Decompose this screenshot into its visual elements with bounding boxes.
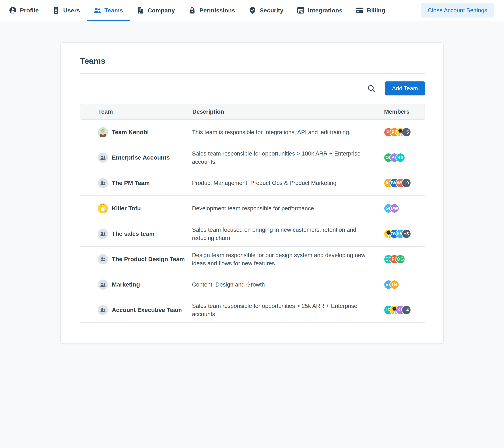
add-team-button[interactable]: Add Team bbox=[385, 81, 425, 96]
teams-card: Teams Add Team Team Description Members … bbox=[60, 42, 444, 344]
team-name: Marketing bbox=[112, 281, 140, 288]
tab-users[interactable]: Users bbox=[45, 0, 87, 21]
team-name: Enterprise Accounts bbox=[112, 154, 170, 161]
member-avatar[interactable]: TH bbox=[390, 280, 399, 289]
tab-label: Profile bbox=[20, 7, 39, 14]
team-description: Sales team responsible for opportunities… bbox=[192, 302, 383, 318]
team-cell: Killer TofuKiller Tofu bbox=[80, 203, 192, 214]
credit-card-icon bbox=[356, 6, 364, 14]
tab-label: Users bbox=[63, 7, 80, 14]
team-name: Team Kenobi bbox=[112, 129, 149, 136]
tab-label: Company bbox=[147, 7, 175, 14]
close-account-settings-button[interactable]: Close Account Settings bbox=[421, 3, 494, 18]
table-row[interactable]: MarketingContent, Design and GrowthEVTH bbox=[80, 272, 425, 297]
users-icon bbox=[93, 6, 101, 14]
team-description: This team is responsible for Integration… bbox=[192, 128, 383, 136]
table-row[interactable]: The PM TeamProduct Management, Product O… bbox=[80, 170, 425, 196]
shield-check-icon bbox=[249, 6, 256, 14]
member-avatar[interactable]: RS bbox=[396, 153, 405, 162]
members-cell: GLUW bbox=[383, 204, 425, 213]
id-badge-icon bbox=[52, 6, 60, 14]
table-body: Team KenobiThis team is responsible for … bbox=[80, 120, 425, 323]
settings-tabs: ProfileUsersTeamsCompanyPermissionsSecur… bbox=[2, 0, 392, 21]
search-button[interactable] bbox=[367, 84, 376, 93]
search-icon bbox=[367, 84, 376, 93]
members-cell: IRKL+4 bbox=[383, 305, 425, 315]
top-navigation: ProfileUsersTeamsCompanyPermissionsSecur… bbox=[0, 0, 504, 21]
svg-text:Killer Tofu: Killer Tofu bbox=[100, 204, 106, 206]
team-cell: Team Kenobi bbox=[80, 127, 192, 137]
members-overflow-badge[interactable]: +9 bbox=[402, 178, 411, 188]
team-description: Content, Design and Growth bbox=[192, 280, 383, 289]
members-cell: PIPL+5 bbox=[383, 128, 425, 137]
browser-link-icon bbox=[297, 6, 305, 14]
tab-label: Security bbox=[260, 7, 284, 14]
team-description: Design team responsible for our design s… bbox=[192, 251, 383, 267]
team-avatar-icon bbox=[98, 178, 108, 188]
tab-company[interactable]: Company bbox=[130, 0, 181, 21]
team-cell: Enterprise Accounts bbox=[80, 153, 192, 163]
team-name: The sales team bbox=[112, 230, 155, 237]
tab-teams[interactable]: Teams bbox=[87, 0, 130, 21]
table-row[interactable]: Killer TofuKiller TofuDevelopment team r… bbox=[80, 196, 425, 221]
team-avatar-icon bbox=[98, 254, 108, 264]
tab-integrations[interactable]: Integrations bbox=[290, 0, 349, 21]
tofu-photo-avatar: Killer Tofu bbox=[98, 203, 108, 214]
table-row[interactable]: The sales teamSales team focused on brin… bbox=[80, 221, 425, 247]
title-divider bbox=[80, 73, 425, 74]
tab-profile[interactable]: Profile bbox=[2, 0, 45, 21]
members-cell: ECPLOG bbox=[383, 254, 425, 264]
table-row[interactable]: Enterprise AccountsSales team responsibl… bbox=[80, 145, 425, 170]
building-icon bbox=[136, 6, 144, 14]
tab-label: Integrations bbox=[308, 7, 342, 14]
table-row[interactable]: The Product Design TeamDesign team respo… bbox=[80, 247, 425, 272]
table-header: Team Description Members bbox=[80, 104, 425, 120]
members-cell: EVTH bbox=[383, 280, 425, 289]
team-description: Sales team focused on bringing in new cu… bbox=[192, 226, 383, 242]
team-cell: The sales team bbox=[80, 229, 192, 239]
lock-icon bbox=[188, 6, 196, 14]
tab-label: Billing bbox=[367, 7, 385, 14]
table-row[interactable]: Account Executive TeamSales team respons… bbox=[80, 297, 425, 323]
kenobi-photo-avatar bbox=[98, 127, 108, 137]
team-description: Development team responsible for perform… bbox=[192, 204, 383, 213]
team-name: Killer Tofu bbox=[112, 205, 141, 212]
team-avatar-icon bbox=[98, 279, 108, 290]
member-avatar[interactable]: UW bbox=[390, 204, 399, 213]
members-overflow-badge[interactable]: +5 bbox=[402, 128, 411, 137]
team-cell: The Product Design Team bbox=[80, 254, 192, 264]
main-content: Teams Add Team Team Description Members … bbox=[0, 42, 504, 344]
column-header-team: Team bbox=[80, 108, 192, 115]
team-name: The Product Design Team bbox=[112, 256, 185, 263]
user-circle-icon bbox=[9, 6, 17, 14]
page-title: Teams bbox=[80, 43, 425, 66]
team-description: Product Management, Product Ops & Produc… bbox=[192, 179, 383, 187]
members-cell: OWKW+3 bbox=[383, 229, 425, 238]
tab-label: Permissions bbox=[199, 7, 235, 14]
team-cell: Marketing bbox=[80, 279, 192, 290]
members-cell: OLPERS bbox=[383, 153, 425, 162]
team-cell: Account Executive Team bbox=[80, 305, 192, 315]
team-description: Sales team responsible for opportunities… bbox=[192, 149, 383, 166]
team-name: Account Executive Team bbox=[112, 307, 182, 313]
tab-permissions[interactable]: Permissions bbox=[181, 0, 242, 21]
team-name: The PM Team bbox=[112, 179, 150, 186]
tab-billing[interactable]: Billing bbox=[349, 0, 392, 21]
team-avatar-icon bbox=[98, 229, 108, 239]
team-cell: The PM Team bbox=[80, 178, 192, 188]
team-avatar-icon bbox=[98, 305, 108, 315]
column-header-description: Description bbox=[192, 108, 383, 115]
tab-label: Teams bbox=[105, 7, 123, 14]
table-row[interactable]: Team KenobiThis team is responsible for … bbox=[80, 120, 425, 145]
table-toolbar: Add Team bbox=[80, 81, 425, 96]
member-avatar[interactable]: OG bbox=[396, 254, 405, 264]
tab-security[interactable]: Security bbox=[242, 0, 290, 21]
members-overflow-badge[interactable]: +4 bbox=[402, 305, 411, 315]
members-overflow-badge[interactable]: +3 bbox=[402, 229, 411, 238]
members-cell: ACBWWS+9 bbox=[383, 178, 425, 188]
team-avatar-icon bbox=[98, 153, 108, 163]
column-header-members: Members bbox=[383, 108, 425, 115]
